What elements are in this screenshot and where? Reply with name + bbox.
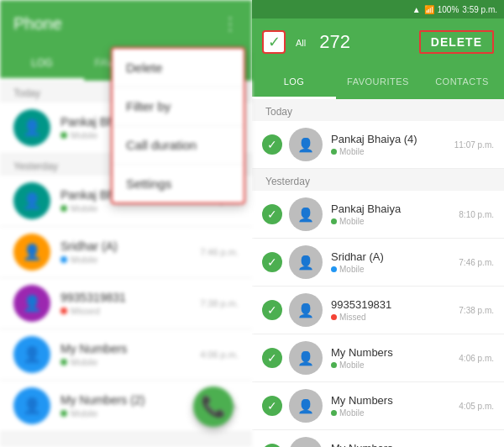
contact-name: Pankaj Bhaiya (4): [331, 133, 454, 145]
status-dot: [60, 359, 67, 365]
contact-sub: Missed: [331, 313, 459, 322]
contact-name: My Numbers: [331, 442, 459, 447]
status-dot: [60, 205, 67, 212]
right-tabs: LOG FAVOURITES CONTACTS: [252, 66, 504, 99]
status-dot: [331, 362, 337, 368]
left-header: Phone ⋮: [0, 0, 252, 47]
contact-time: 7:46 p.m.: [459, 258, 494, 267]
avatar: 👤: [289, 293, 323, 327]
right-list-item[interactable]: ✓ 👤 Pankaj Bhaiya Mobile 8:10 p.m.: [252, 191, 504, 239]
time-label: 3:59 p.m.: [462, 5, 497, 14]
menu-item-call-duration[interactable]: Call duration: [113, 126, 244, 165]
right-panel: ▲ 📶 100% 3:59 p.m. ✓ All 272 DELETE LOG …: [252, 0, 504, 447]
dropdown-menu: Delete Filter by Call duration Settings: [111, 47, 245, 204]
right-tab-favourites[interactable]: FAVOURITES: [336, 66, 420, 99]
menu-item-delete[interactable]: Delete: [113, 49, 244, 87]
contact-sub: Mobile: [60, 357, 200, 367]
right-list-item[interactable]: ✓ 👤 Pankaj Bhaiya (4) Mobile 11:07 p.m.: [252, 121, 504, 169]
contact-info: Sridhar (A) Mobile: [331, 250, 459, 274]
avatar: 👤: [289, 437, 323, 447]
contact-time: 7:46 p.m.: [200, 247, 239, 257]
contact-info: Sridhar (A) Mobile: [60, 239, 200, 265]
avatar: 👤: [289, 128, 323, 161]
contact-name: 9935319831: [60, 291, 200, 304]
contact-time: 7:38 p.m.: [200, 298, 239, 308]
avatar: 👤: [289, 245, 323, 279]
status-dot: [331, 314, 337, 320]
right-list-item[interactable]: ✓ 👤 My Numbers Mobile 4:06 p.m.: [252, 334, 504, 382]
contact-info: My Numbers Mobile: [331, 394, 459, 418]
item-checkbox[interactable]: ✓: [262, 204, 282, 224]
avatar: 👤: [13, 182, 50, 219]
avatar: 👤: [13, 387, 50, 424]
item-checkbox[interactable]: ✓: [262, 300, 282, 320]
contact-sub: Mobile: [331, 217, 459, 226]
fab-button[interactable]: 📞: [193, 387, 234, 427]
right-list-item[interactable]: ✓ 👤 9935319831 Missed 7:38 p.m.: [252, 287, 504, 334]
more-icon[interactable]: ⋮: [222, 13, 239, 34]
contact-name: My Numbers (2): [60, 393, 200, 407]
contact-name: Sridhar (A): [331, 250, 459, 263]
wifi-icon: 📶: [424, 5, 434, 14]
status-dot: [60, 256, 67, 263]
contact-info: My Numbers Mobile: [331, 346, 459, 370]
contact-sub: Mobile: [331, 408, 459, 418]
contact-sub: Mobile: [60, 255, 200, 265]
contact-sub: Mobile: [60, 203, 200, 213]
avatar: 👤: [13, 285, 50, 322]
right-tab-log[interactable]: LOG: [252, 66, 336, 99]
avatar: 👤: [13, 234, 50, 271]
item-checkbox[interactable]: ✓: [262, 348, 282, 368]
avatar: 👤: [13, 336, 50, 373]
status-dot: [60, 410, 67, 417]
contact-info: 9935319831 Missed: [60, 291, 200, 316]
contact-info: Pankaj Bhaiya (4) Mobile: [331, 133, 454, 156]
right-tab-contacts[interactable]: CONTACTS: [420, 66, 504, 99]
item-checkbox[interactable]: ✓: [262, 396, 282, 416]
menu-item-filter[interactable]: Filter by: [113, 87, 244, 126]
delete-button[interactable]: DELETE: [419, 30, 494, 54]
status-dot: [331, 410, 337, 416]
contact-sub: Missed: [60, 306, 200, 316]
list-item[interactable]: 👤 My Numbers Mobile 4:06 p.m.: [0, 329, 252, 381]
select-all-checkbox[interactable]: ✓: [262, 30, 286, 54]
contact-name: Sridhar (A): [60, 239, 200, 253]
item-checkbox[interactable]: ✓: [262, 252, 282, 272]
phone-icon: 📞: [201, 395, 226, 418]
contact-info: 9935319831 Missed: [331, 298, 459, 322]
left-panel: Phone ⋮ LOG FAVOURITES CONTACTS Today 👤 …: [0, 0, 252, 447]
status-dot: [331, 266, 337, 272]
contact-sub: Mobile: [331, 360, 459, 370]
menu-item-settings[interactable]: Settings: [113, 165, 244, 202]
right-list-item[interactable]: ✓ 👤 Sridhar (A) Mobile 7:46 p.m.: [252, 239, 504, 287]
avatar: 👤: [289, 341, 323, 375]
app-title: Phone: [13, 14, 62, 34]
right-section-yesterday: Yesterday: [252, 169, 504, 191]
status-dot: [60, 308, 67, 314]
right-section-today: Today: [252, 99, 504, 121]
contact-info: My Numbers Mobile: [60, 342, 200, 367]
contact-time: 7:38 p.m.: [459, 306, 494, 315]
contact-name: My Numbers: [331, 346, 459, 359]
status-dot: [60, 132, 67, 139]
contact-sub: Mobile: [331, 147, 454, 156]
avatar: 👤: [13, 109, 50, 146]
contact-name: My Numbers: [60, 342, 200, 355]
status-dot: [331, 218, 337, 224]
list-item[interactable]: 👤 9935319831 Missed 7:38 p.m.: [0, 278, 252, 329]
contact-name: 9935319831: [331, 298, 459, 311]
item-checkbox[interactable]: ✓: [262, 444, 282, 447]
right-content: Today ✓ 👤 Pankaj Bhaiya (4) Mobile 11:07…: [252, 99, 504, 447]
contact-time: 4:06 p.m.: [200, 350, 239, 360]
all-label: All: [296, 38, 306, 48]
avatar: 👤: [289, 197, 323, 231]
contact-sub: Mobile: [60, 408, 200, 418]
contact-name: Pankaj Bhaiya: [331, 202, 459, 215]
list-item[interactable]: 👤 Sridhar (A) Mobile 7:46 p.m.: [0, 227, 252, 278]
tab-log[interactable]: LOG: [0, 47, 84, 81]
contact-info: My Numbers (2) Mobile: [60, 393, 200, 418]
item-checkbox[interactable]: ✓: [262, 134, 282, 155]
avatar: 👤: [289, 389, 323, 423]
right-list-item[interactable]: ✓ 👤 My Numbers Mobile 4:05 p.m.: [252, 382, 504, 430]
right-list-item[interactable]: ✓ 👤 My Numbers Mobile 4:04 p.m.: [252, 430, 504, 447]
